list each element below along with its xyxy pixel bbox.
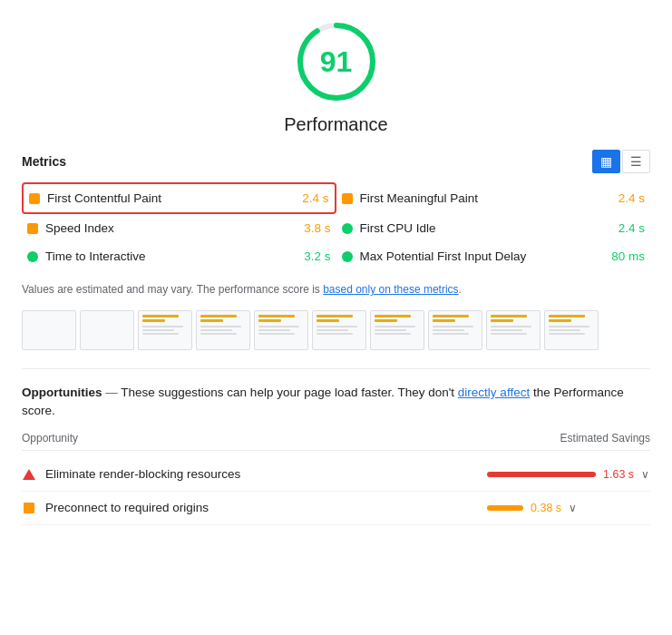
thumbnail-3 [138,310,192,350]
metric-fmp-name: First Meaningful Paint [360,191,611,205]
opp-icon-preconnect [22,501,36,515]
metric-si: Speed Index 3.8 s [22,214,336,242]
metrics-info: Values are estimated and may vary. The p… [22,281,650,298]
metric-tti-value: 3.2 s [304,249,330,263]
metric-fcp-name: First Contentful Paint [47,191,295,205]
metric-fci: First CPU Idle 2.4 s [336,214,651,242]
metric-fcp: First Contentful Paint 2.4 s [22,182,336,214]
metric-fmp-value: 2.4 s [618,191,645,205]
opp-preconnect-value: 0.38 s [531,502,561,514]
opportunities-desc: These suggestions can help your page loa… [121,386,458,399]
metric-si-name: Speed Index [45,221,297,235]
opp-render-blocking-chevron[interactable]: ∨ [641,468,649,481]
thumbnail-4 [196,310,250,350]
metrics-grid: First Contentful Paint 2.4 s First Meani… [22,182,650,270]
opportunities-header: Opportunities — These suggestions can he… [22,384,650,421]
metric-tti-dot [27,251,38,262]
opp-preconnect-bar [487,505,523,511]
opp-render-blocking-name: Eliminate render-blocking resources [45,467,478,481]
thumbnail-7 [370,310,424,350]
metrics-title: Metrics [22,154,66,169]
opportunities-columns: Opportunity Estimated Savings [22,425,650,451]
metric-fci-dot [342,223,353,234]
thumbnail-5 [254,310,308,350]
metric-si-value: 3.8 s [304,221,330,235]
thumbnail-6 [312,310,366,350]
score-circle: 91 [293,18,380,105]
metric-tti-name: Time to Interactive [45,249,297,263]
view-toggle: ▦ ☰ [592,150,650,173]
list-view-button[interactable]: ☰ [622,150,650,173]
grid-view-button[interactable]: ▦ [592,150,620,173]
thumbnail-1 [22,310,76,350]
metrics-header: Metrics ▦ ☰ [22,150,650,173]
score-label: Performance [284,114,388,135]
square-icon [24,503,34,513]
thumbnail-8 [428,310,482,350]
metric-fcp-dot [29,193,40,204]
score-value: 91 [320,45,353,79]
metric-si-dot [27,223,38,234]
thumbnails-strip [22,310,650,350]
col-savings: Estimated Savings [560,432,650,444]
opp-preconnect-chevron[interactable]: ∨ [569,502,577,514]
metric-mpfid-name: Max Potential First Input Delay [360,249,605,263]
metric-fci-name: First CPU Idle [360,221,611,235]
directly-affect-link[interactable]: directly affect [458,386,530,399]
triangle-icon [23,469,35,480]
opp-render-blocking-bar-container: 1.63 s ∨ [487,468,650,481]
opp-render-blocking-bar [487,472,596,477]
divider [22,368,650,369]
metric-mpfid: Max Potential First Input Delay 80 ms [336,242,651,270]
opp-row-render-blocking[interactable]: Eliminate render-blocking resources 1.63… [22,458,650,492]
metric-fmp: First Meaningful Paint 2.4 s [336,182,651,214]
metric-fci-value: 2.4 s [618,221,645,235]
opp-icon-warning [22,467,36,482]
metric-fcp-value: 2.4 s [302,191,328,205]
thumbnail-2 [80,310,134,350]
score-section: 91 Performance [22,18,650,135]
opp-row-preconnect[interactable]: Preconnect to required origins 0.38 s ∨ [22,492,650,525]
opp-preconnect-bar-container: 0.38 s ∨ [487,502,650,514]
col-opportunity: Opportunity [22,432,78,444]
thumbnail-10 [544,310,599,350]
opportunities-title: Opportunities [22,386,102,399]
metric-tti: Time to Interactive 3.2 s [22,242,336,270]
opp-preconnect-name: Preconnect to required origins [45,501,478,514]
metric-mpfid-dot [342,251,353,262]
metric-fmp-dot [342,193,353,204]
thumbnail-9 [486,310,541,350]
metric-mpfid-value: 80 ms [611,249,645,263]
opp-render-blocking-value: 1.63 s [603,468,634,481]
metrics-link[interactable]: based only on these metrics [323,283,458,296]
